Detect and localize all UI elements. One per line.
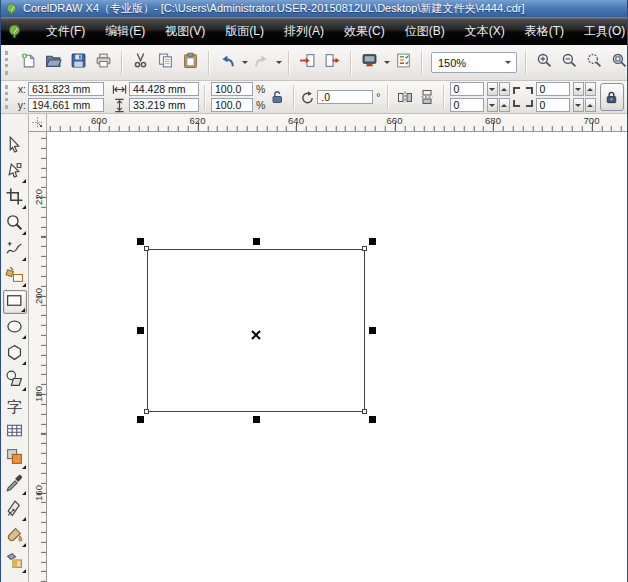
toolbar-grip[interactable] [5, 51, 12, 75]
text-tool[interactable]: 字 [3, 394, 27, 418]
application-launcher-dropdown-button[interactable] [382, 50, 391, 76]
paste-button[interactable] [178, 50, 203, 76]
selection-handle-bottom-right[interactable] [369, 416, 376, 423]
import-button[interactable] [295, 50, 320, 76]
corner-radius-top-right-field[interactable]: 0 [536, 82, 570, 96]
menu-item-bitmaps[interactable]: 位图(B) [395, 19, 455, 44]
spin-up-button[interactable] [499, 98, 510, 112]
object-width-field[interactable]: 44.428 mm [129, 82, 199, 96]
polygon-tool[interactable] [3, 342, 27, 366]
rectangle-corner-node[interactable] [362, 409, 367, 414]
app-window: CorelDRAW X4（专业版）- [C:\Users\Administrat… [0, 0, 628, 582]
zoom-out-button[interactable] [557, 50, 582, 76]
zoom-to-selection-button[interactable] [582, 50, 607, 76]
scale-horizontal-field[interactable]: 100.0 [211, 82, 253, 96]
rectangle-corner-node[interactable] [144, 409, 149, 414]
drawing-canvas[interactable] [47, 132, 627, 582]
menu-item-layout[interactable]: 版面(L) [215, 19, 274, 44]
rectangle-corner-node[interactable] [144, 246, 149, 251]
selection-handle-bottom-center[interactable] [253, 416, 260, 423]
horizontal-ruler[interactable]: 600620640660680700 [47, 114, 627, 132]
selection-handle-bottom-left[interactable] [137, 416, 144, 423]
selection-handle-top-center[interactable] [253, 238, 260, 245]
welcome-screen-button[interactable] [391, 50, 416, 76]
cut-button[interactable] [128, 50, 153, 76]
menu-item-edit[interactable]: 编辑(E) [95, 19, 155, 44]
corner-radius-top-left-field[interactable]: 0 [450, 82, 484, 96]
zoom-to-page-button[interactable] [607, 50, 627, 76]
spin-up-button[interactable] [585, 82, 596, 96]
spin-down-button[interactable] [487, 82, 498, 96]
menu-item-table[interactable]: 表格(T) [515, 19, 574, 44]
fill-tool[interactable] [3, 524, 27, 548]
y-position-field[interactable]: 194.661 mm [28, 98, 104, 112]
table-tool[interactable] [3, 420, 27, 444]
rectangle-corner-node[interactable] [362, 246, 367, 251]
spin-up-button[interactable] [585, 98, 596, 112]
zoom-in-button[interactable] [532, 50, 557, 76]
coreldraw-menu-logo-icon[interactable] [7, 24, 22, 39]
spin-down-button[interactable] [487, 98, 498, 112]
zoom-combo-dropdown-button[interactable] [500, 53, 516, 72]
menu-item-effects[interactable]: 效果(C) [334, 19, 395, 44]
selection-handle-top-left[interactable] [137, 238, 144, 245]
ellipse-tool[interactable] [3, 316, 27, 340]
round-corners-together-lock-button[interactable] [600, 83, 624, 111]
export-button[interactable] [320, 50, 345, 76]
menu-item-file[interactable]: 文件(F) [36, 19, 95, 44]
property-bar-grip[interactable] [5, 85, 12, 109]
interactive-blend-tool[interactable] [3, 446, 27, 470]
smart-fill-tool[interactable] [3, 264, 27, 288]
spin-down-button[interactable] [573, 82, 584, 96]
selection-handle-top-right[interactable] [369, 238, 376, 245]
corner-radius-bottom-left-field[interactable]: 0 [450, 98, 484, 112]
title-bar[interactable]: CorelDRAW X4（专业版）- [C:\Users\Administrat… [1, 0, 627, 17]
welcome-screen-icon [395, 52, 412, 73]
save-button[interactable] [66, 50, 91, 76]
undo-dropdown-button[interactable] [240, 50, 249, 76]
nonproportional-scaling-lock-button[interactable] [266, 85, 288, 109]
scale-vertical-field[interactable]: 100.0 [211, 98, 253, 112]
application-launcher-button[interactable] [357, 50, 382, 76]
vertical-ruler[interactable]: 220200180160 [29, 132, 47, 582]
corner-radius-bottom-right-field[interactable]: 0 [536, 98, 570, 112]
open-button[interactable] [41, 50, 66, 76]
copy-button[interactable] [153, 50, 178, 76]
menu-item-text[interactable]: 文本(X) [455, 19, 515, 44]
shape-tool[interactable] [3, 160, 27, 184]
menu-item-tools[interactable]: 工具(O) [574, 19, 628, 44]
outline-pen-tool[interactable] [3, 498, 27, 522]
interactive-fill-tool[interactable] [3, 550, 27, 574]
redo-dropdown-button[interactable] [274, 50, 283, 76]
menu-item-view[interactable]: 视图(V) [155, 19, 215, 44]
undo-button[interactable] [215, 50, 240, 76]
rotation-angle-field[interactable]: .0 [317, 90, 373, 104]
x-position-field[interactable]: 631.823 mm [28, 82, 104, 96]
crop-tool[interactable] [3, 186, 27, 210]
toolbar-separator [288, 51, 290, 75]
print-button[interactable] [91, 50, 116, 76]
rectangle-tool[interactable] [3, 290, 27, 314]
redo-button[interactable] [249, 50, 274, 76]
mirror-vertical-button[interactable] [416, 85, 438, 109]
pick-tool[interactable] [3, 134, 27, 158]
zoom-tool[interactable] [3, 212, 27, 236]
spin-down-button[interactable] [573, 98, 584, 112]
flyout-indicator [22, 231, 26, 235]
new-document-button[interactable] [16, 50, 41, 76]
freehand-tool[interactable] [3, 238, 27, 262]
basic-shapes-tool[interactable] [3, 368, 27, 392]
vertical-ruler-major-tick [37, 394, 46, 395]
selection-handle-middle-right[interactable] [369, 327, 376, 334]
object-height-field[interactable]: 33.219 mm [129, 98, 199, 112]
spin-up-button[interactable] [499, 82, 510, 96]
menu-item-arrange[interactable]: 排列(A) [274, 19, 334, 44]
ruler-origin[interactable] [29, 114, 47, 132]
zoom-level-combo[interactable]: 150% [431, 52, 517, 73]
print-icon [95, 52, 112, 73]
selection-handle-middle-left[interactable] [137, 327, 144, 334]
corner-radius-right-group: 0 0 [536, 82, 596, 112]
object-center-marker[interactable] [251, 326, 261, 336]
mirror-horizontal-button[interactable] [394, 85, 416, 109]
eyedropper-tool[interactable] [3, 472, 27, 496]
